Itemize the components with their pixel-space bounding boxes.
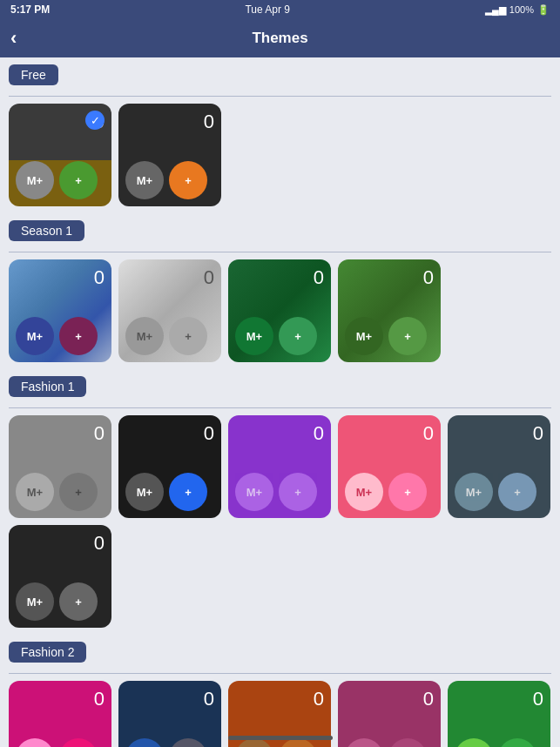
mp-button[interactable]: M+	[235, 473, 273, 511]
theme-buttons: M+ +	[125, 317, 214, 355]
mp-button[interactable]: M+	[125, 317, 164, 355]
mp-button[interactable]: M+	[235, 317, 273, 355]
theme-count: 0	[533, 690, 543, 709]
plus-button[interactable]: +	[59, 473, 98, 511]
mp-button[interactable]: M+	[345, 473, 383, 511]
theme-count: 0	[314, 268, 324, 287]
status-time: 5:17 PM	[10, 3, 50, 16]
theme-buttons: M+ +	[125, 738, 214, 747]
mp-button[interactable]: M+	[125, 161, 164, 199]
section-season1-grid: 0 M+ + 0 M+ + 0 M+ + 0 M+	[0, 252, 560, 369]
theme-card-f1-5[interactable]: 0 M+ +	[448, 415, 550, 518]
theme-card-f2-5[interactable]: 0 M+ +	[448, 681, 550, 747]
theme-card-f2-4[interactable]: 0 M+ +	[338, 681, 441, 747]
theme-buttons: M+ +	[16, 582, 105, 621]
theme-count: 0	[94, 690, 105, 709]
theme-card-f2-2[interactable]: 0 M+ +	[118, 681, 221, 747]
section-fashion2-header: Fashion 2	[9, 642, 551, 668]
theme-count: 0	[94, 268, 105, 287]
plus-button[interactable]: +	[169, 738, 207, 747]
theme-count: 0	[94, 424, 105, 443]
back-button[interactable]: ‹	[10, 29, 17, 48]
plus-button[interactable]: +	[59, 582, 98, 621]
mp-button[interactable]: M+	[16, 317, 54, 355]
theme-card-free-1[interactable]: ✓ 0 M+ +	[9, 104, 111, 206]
mp-button[interactable]: M+	[16, 582, 54, 621]
theme-buttons: M+ +	[16, 317, 105, 355]
status-date: Tue Apr 9	[245, 3, 290, 16]
theme-buttons: M+ +	[345, 738, 434, 747]
theme-card-f2-1[interactable]: 0 M+ +	[9, 681, 111, 747]
section-fashion1-badge: Fashion 1	[9, 376, 86, 397]
theme-count: 0	[94, 534, 105, 553]
theme-card-season-4[interactable]: 0 M+ +	[338, 259, 441, 362]
plus-button[interactable]: +	[59, 738, 98, 747]
theme-buttons: M+ +	[345, 473, 434, 511]
plus-button[interactable]: +	[498, 738, 536, 747]
theme-buttons: M+ +	[16, 738, 105, 747]
theme-buttons: M+ +	[235, 317, 324, 355]
status-right: ▂▄▆ 100% 🔋	[485, 4, 550, 16]
theme-count: 0	[533, 424, 543, 443]
mp-button[interactable]: M+	[16, 473, 54, 511]
theme-buttons: M+ +	[235, 473, 324, 511]
theme-count: 0	[314, 424, 324, 443]
theme-card-season-3[interactable]: 0 M+ +	[228, 259, 331, 362]
theme-count: 0	[204, 112, 214, 131]
selected-check-icon: ✓	[85, 111, 105, 130]
theme-card-f1-2[interactable]: 0 M+ +	[118, 415, 221, 518]
theme-buttons: M+ +	[125, 161, 214, 199]
wifi-icon: ▂▄▆	[485, 4, 506, 16]
home-indicator	[228, 736, 333, 740]
nav-title: Themes	[252, 30, 307, 47]
theme-buttons: M+ +	[455, 473, 543, 511]
theme-card-f1-1[interactable]: 0 M+ +	[9, 415, 111, 518]
theme-card-f1-3[interactable]: 0 M+ +	[228, 415, 331, 518]
mp-button[interactable]: M+	[16, 161, 54, 199]
section-free-header: Free	[9, 64, 551, 91]
theme-buttons: M+ +	[455, 738, 543, 747]
plus-button[interactable]: +	[279, 317, 317, 355]
theme-card-free-2[interactable]: 0 M+ +	[118, 104, 221, 206]
plus-button[interactable]: +	[169, 161, 207, 199]
theme-buttons: M+ +	[345, 317, 434, 355]
mp-button[interactable]: M+	[125, 473, 164, 511]
scroll-content: Free ✓ 0 M+ + 0 M+ + Season 1 0	[0, 57, 560, 747]
plus-button[interactable]: +	[498, 473, 536, 511]
theme-buttons: M+ +	[16, 161, 105, 199]
mp-button[interactable]: M+	[125, 738, 164, 747]
theme-card-f1-6[interactable]: 0 M+ +	[9, 525, 111, 628]
plus-button[interactable]: +	[279, 473, 317, 511]
battery-label: 100%	[509, 4, 534, 15]
theme-count: 0	[204, 690, 214, 709]
plus-button[interactable]: +	[388, 317, 427, 355]
battery-icon: 🔋	[537, 4, 550, 16]
theme-card-season-1[interactable]: 0 M+ +	[9, 259, 111, 362]
theme-buttons: M+ +	[16, 473, 105, 511]
section-season1-badge: Season 1	[9, 220, 84, 241]
mp-button[interactable]: M+	[455, 473, 493, 511]
section-free-badge: Free	[9, 64, 58, 85]
section-fashion1-header: Fashion 1	[9, 376, 551, 402]
theme-count: 0	[423, 424, 434, 443]
theme-count: 0	[314, 690, 324, 709]
plus-button[interactable]: +	[59, 161, 98, 199]
theme-card-f1-4[interactable]: 0 M+ +	[338, 415, 441, 518]
plus-button[interactable]: +	[59, 317, 98, 355]
theme-card-season-2[interactable]: 0 M+ +	[118, 259, 221, 362]
plus-button[interactable]: +	[169, 317, 207, 355]
theme-buttons: M+ +	[125, 473, 214, 511]
nav-bar: ‹ Themes	[0, 19, 560, 57]
theme-count: 0	[423, 268, 434, 287]
theme-count: 0	[204, 424, 214, 443]
mp-button[interactable]: M+	[455, 738, 493, 747]
plus-button[interactable]: +	[388, 738, 427, 747]
mp-button[interactable]: M+	[16, 738, 54, 747]
mp-button[interactable]: M+	[345, 317, 383, 355]
theme-count: 0	[423, 690, 434, 709]
plus-button[interactable]: +	[388, 473, 427, 511]
mp-button[interactable]: M+	[345, 738, 383, 747]
plus-button[interactable]: +	[169, 473, 207, 511]
status-bar: 5:17 PM Tue Apr 9 ▂▄▆ 100% 🔋	[0, 0, 560, 19]
section-free-grid: ✓ 0 M+ + 0 M+ +	[0, 97, 560, 213]
